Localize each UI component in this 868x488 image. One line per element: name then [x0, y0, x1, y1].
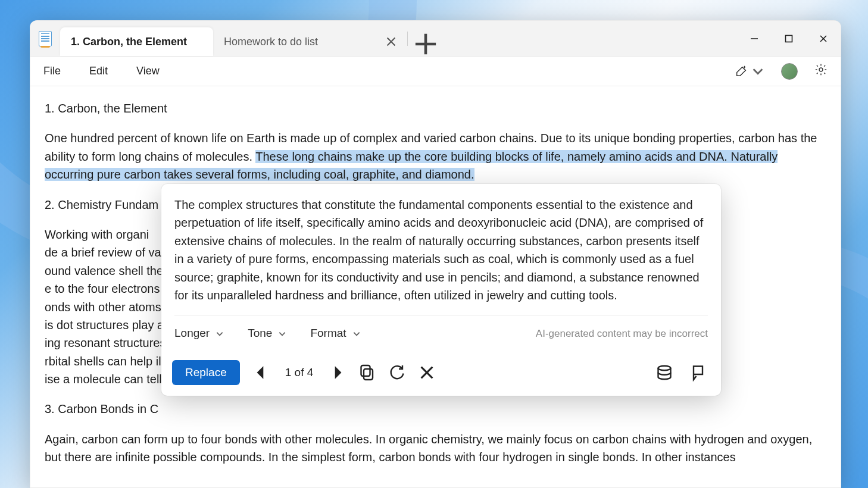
heading-3: 3. Carbon Bonds in C	[45, 400, 826, 418]
minimize-button[interactable]	[737, 21, 772, 57]
svg-rect-3	[361, 365, 370, 376]
rewrite-suggestion-text: The complex structures that constitute t…	[161, 184, 721, 311]
new-tab-button[interactable]	[414, 32, 438, 56]
tab-inactive[interactable]: Homework to do list	[213, 27, 404, 56]
result-counter: 1 of 4	[282, 364, 317, 381]
notepad-icon	[39, 31, 52, 46]
close-icon[interactable]	[386, 36, 396, 47]
app-icon	[30, 21, 60, 56]
chevron-down-icon	[278, 330, 286, 338]
svg-point-4	[658, 366, 671, 371]
svg-rect-0	[786, 35, 792, 42]
notepad-window: 1. Carbon, the Element Homework to do li…	[30, 20, 841, 488]
rewrite-options-row: Longer Tone Format AI-generated content …	[161, 315, 721, 352]
copy-button[interactable]	[358, 364, 376, 381]
avatar[interactable]	[781, 63, 798, 80]
chevron-down-icon	[216, 330, 224, 338]
editor-content[interactable]: 1. Carbon, the Element One hundred perce…	[30, 86, 841, 487]
paragraph-1: One hundred percent of known life on Ear…	[45, 129, 826, 183]
svg-rect-2	[364, 369, 373, 380]
paragraph-3: Again, carbon can form up to four bonds …	[45, 430, 826, 467]
gear-icon	[814, 63, 828, 76]
menu-view[interactable]: View	[136, 65, 160, 77]
option-format[interactable]: Format	[310, 325, 360, 342]
regenerate-button[interactable]	[388, 364, 406, 381]
close-button[interactable]	[806, 21, 841, 57]
next-button[interactable]	[329, 364, 346, 381]
feedback-button[interactable]	[690, 364, 708, 381]
tab-label: 1. Carbon, the Element	[71, 36, 187, 48]
tab-separator	[407, 32, 408, 46]
tab-strip: 1. Carbon, the Element Homework to do li…	[60, 21, 737, 56]
menu-edit[interactable]: Edit	[89, 65, 108, 77]
option-tone[interactable]: Tone	[248, 325, 286, 342]
pen-sparkle-icon	[735, 65, 748, 78]
window-controls	[737, 21, 841, 56]
close-rewrite-button[interactable]	[418, 364, 436, 381]
chevron-down-icon	[352, 330, 361, 338]
option-longer[interactable]: Longer	[174, 325, 224, 342]
ai-disclaimer: AI-generated content may be incorrect	[536, 326, 708, 342]
history-button[interactable]	[655, 364, 673, 381]
previous-button[interactable]	[252, 364, 270, 381]
chevron-down-icon	[751, 65, 764, 78]
tab-active[interactable]: 1. Carbon, the Element	[60, 27, 213, 56]
rewrite-toolbar: Replace 1 of 4	[161, 352, 721, 396]
rewrite-ai-button[interactable]	[735, 65, 764, 78]
menu-file[interactable]: File	[43, 65, 61, 77]
tab-label: Homework to do list	[224, 36, 318, 48]
rewrite-popup: The complex structures that constitute t…	[161, 184, 721, 396]
replace-button[interactable]: Replace	[172, 360, 240, 385]
settings-button[interactable]	[814, 63, 828, 79]
svg-point-1	[819, 68, 823, 71]
heading-1: 1. Carbon, the Element	[45, 99, 826, 117]
menubar: File Edit View	[30, 57, 841, 86]
titlebar: 1. Carbon, the Element Homework to do li…	[30, 21, 841, 57]
maximize-button[interactable]	[772, 21, 806, 57]
